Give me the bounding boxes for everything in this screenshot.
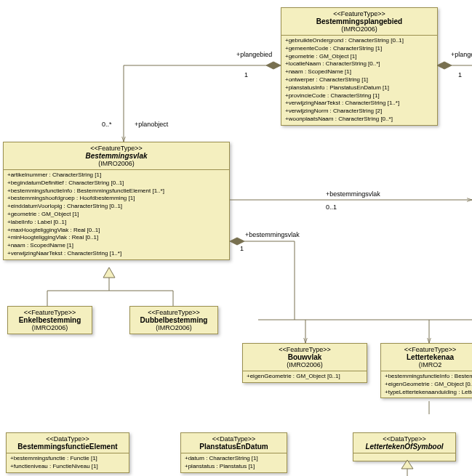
- stereotype: <<FeatureType>>: [247, 346, 362, 353]
- class-package: (IMRO2006): [135, 324, 213, 331]
- attr: +woonplaatsNaam : CharacterString [0..*]: [285, 116, 433, 124]
- stereotype: <<FeatureType>>: [135, 309, 213, 316]
- class-package: (IMRO2006): [247, 361, 362, 368]
- class-bestemmingsvlak[interactable]: <<FeatureType>> Bestemmingsvlak (IMRO200…: [3, 142, 230, 260]
- class-header: <<FeatureType>> Bestemmingsvlak (IMRO200…: [4, 142, 229, 170]
- class-planstatusendatum[interactable]: <<DataType>> PlanstatusEnDatum +datum : …: [180, 432, 287, 473]
- attr: +naam : ScopedName [1]: [7, 242, 225, 250]
- class-name: BestemmingsfunctieElement: [11, 443, 124, 451]
- attr: +functieniveau : FunctieNiveau [1]: [10, 463, 125, 471]
- attr: +locatieNaam : CharacterString [0..*]: [285, 60, 433, 68]
- attr: +eigenGeometrie : GM_Object [0..1]: [247, 373, 363, 381]
- class-name: Bestemmingsplangebied: [286, 17, 433, 25]
- stereotype: <<DataType>>: [11, 435, 124, 443]
- class-header: <<DataType>> LettertekenOfSymbool: [353, 433, 455, 453]
- class-attributes: +bestemmingsfunctieInfo : Bestemm +eigen…: [381, 371, 472, 398]
- label-plange: +plange: [451, 51, 472, 58]
- class-header: <<FeatureType>> Lettertekenaa (IMRO2: [381, 344, 472, 371]
- attr: +verwijzingNorm : CharacterString [2]: [285, 108, 433, 116]
- class-name: PlanstatusEnDatum: [185, 443, 282, 451]
- attr: +datum : CharacterString [1]: [185, 455, 283, 463]
- label-planobject: +planobject: [135, 121, 168, 128]
- attr: +gebruikteOndergrond : CharacterString […: [285, 37, 433, 45]
- label-zero-one: 0..1: [326, 203, 337, 211]
- attr: +einddatumVoorlopig : CharacterString [0…: [7, 203, 225, 211]
- class-attributes: +bestemmingsfunctie : Functie [1] +funct…: [7, 453, 129, 472]
- label-bestemmingsvlak-2: +bestemmingsvlak: [245, 231, 300, 238]
- attr: +bestemmingsfunctieInfo : Bestemm: [385, 373, 472, 381]
- class-attributes: +gebruikteOndergrond : CharacterString […: [281, 36, 437, 125]
- class-header: <<FeatureType>> Bestemmingsplangebied (I…: [281, 8, 437, 36]
- class-name: LettertekenOfSymbool: [358, 443, 451, 451]
- class-header: <<DataType>> BestemmingsfunctieElement: [7, 433, 129, 453]
- class-bouwvlak[interactable]: <<FeatureType>> Bouwvlak (IMRO2006) +eig…: [242, 343, 367, 383]
- attr: +eigenGeometrie : GM_Object [0..1: [385, 381, 472, 389]
- label-one-bv: 1: [240, 245, 244, 252]
- label-bestemmingsvlak-1: +bestemmingsvlak: [326, 190, 380, 198]
- class-dubbelbestemming[interactable]: <<FeatureType>> Dubbelbestemming (IMRO20…: [129, 306, 218, 334]
- class-header: <<DataType>> PlanstatusEnDatum: [181, 433, 287, 453]
- stereotype: <<DataType>>: [185, 435, 282, 443]
- class-attributes: +artikelnummer : CharacterString [1] +be…: [4, 170, 229, 259]
- stereotype: <<FeatureType>>: [12, 309, 87, 316]
- class-bestemmingsfunctieelement[interactable]: <<DataType>> BestemmingsfunctieElement +…: [6, 432, 129, 473]
- class-lettertekenaa[interactable]: <<FeatureType>> Lettertekenaa (IMRO2 +be…: [380, 343, 472, 398]
- attr: +artikelnummer : CharacterString [1]: [7, 172, 225, 179]
- label-one-plange: 1: [458, 71, 462, 78]
- label-plangebied: +plangebied: [236, 51, 272, 58]
- attr: +verwijzingNaarTekst : CharacterString […: [285, 100, 433, 108]
- attr: +bestemmingsfunctie : Functie [1]: [10, 455, 125, 463]
- class-enkelbestemming[interactable]: <<FeatureType>> Enkelbestemming (IMRO200…: [7, 306, 92, 334]
- attr: +minHoogteliggingVlak : Real [0..1]: [7, 234, 225, 242]
- class-package: (IMRO2006): [286, 25, 433, 33]
- attr: +verwijzingNaarTekst : CharacterString […: [7, 250, 225, 258]
- stereotype: <<FeatureType>>: [8, 145, 225, 152]
- attr: +gemeenteCode : CharacterString [1]: [285, 45, 433, 53]
- attr: +provincieCode : CharacterString [1]: [285, 92, 433, 100]
- attr: +maxHoogteliggingVlak : Real [0..1]: [7, 227, 225, 235]
- stereotype: <<FeatureType>>: [385, 346, 472, 353]
- class-attributes: [353, 453, 455, 461]
- attr: +naam : ScopedName [1]: [285, 68, 433, 76]
- attr: +bestemmingshoofdgroep : Hoofdbestemming…: [7, 195, 225, 203]
- attr: +geometrie : GM_Object [1]: [7, 211, 225, 219]
- class-name: Dubbelbestemming: [135, 316, 213, 324]
- class-attributes: +datum : CharacterString [1] +planstatus…: [181, 453, 287, 472]
- class-header: <<FeatureType>> Dubbelbestemming (IMRO20…: [130, 307, 217, 334]
- attr: +planstatus : Planstatus [1]: [185, 463, 283, 471]
- class-name: Bestemmingsvlak: [8, 152, 225, 160]
- attr: +geometrie : GM_Object [1]: [285, 53, 433, 61]
- attr: +ontwerper : CharacterString [1]: [285, 76, 433, 84]
- stereotype: <<DataType>>: [358, 435, 451, 443]
- class-header: <<FeatureType>> Bouwvlak (IMRO2006): [243, 344, 367, 371]
- label-one-plangebied: 1: [244, 71, 248, 78]
- attr: +labelInfo : Label [0..1]: [7, 219, 225, 227]
- attr: +begindatumDefinitief : CharacterString …: [7, 179, 225, 187]
- class-name: Enkelbestemming: [12, 316, 87, 324]
- class-package: (IMRO2006): [12, 324, 87, 331]
- attr: +bestemmingsfunctieInfo : Bestemmingsfun…: [7, 187, 225, 195]
- class-header: <<FeatureType>> Enkelbestemming (IMRO200…: [8, 307, 92, 334]
- stereotype: <<FeatureType>>: [286, 10, 433, 17]
- attr: +planstatusInfo : PlanstatusEnDatum [1]: [285, 84, 433, 92]
- class-package: (IMRO2006): [8, 160, 225, 167]
- class-bestemmingsplangebied[interactable]: <<FeatureType>> Bestemmingsplangebied (I…: [281, 7, 438, 126]
- label-zero-many: 0..*: [102, 121, 112, 128]
- class-attributes: +eigenGeometrie : GM_Object [0..1]: [243, 371, 367, 382]
- attr: +typeLettertekenaanduiding : Letter: [385, 389, 472, 397]
- class-lettertekenofsymbool[interactable]: <<DataType>> LettertekenOfSymbool: [353, 432, 456, 461]
- class-name: Bouwvlak: [247, 353, 362, 361]
- class-package: (IMRO2: [385, 361, 472, 368]
- class-name: Lettertekenaa: [385, 353, 472, 361]
